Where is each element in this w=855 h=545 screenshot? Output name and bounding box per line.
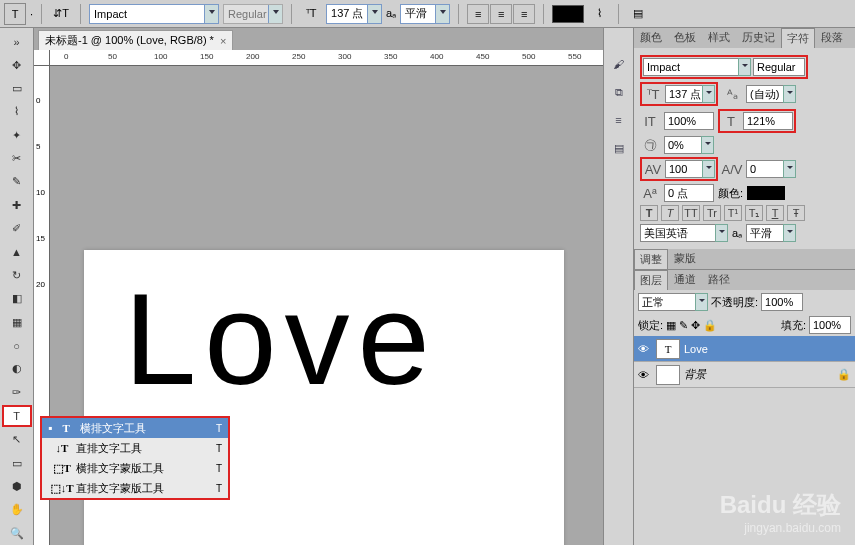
align-center-button[interactable]: ≡	[490, 4, 512, 24]
font-family-select[interactable]: Impact	[89, 4, 219, 24]
strip-icon-3[interactable]: ≡	[604, 106, 633, 134]
stamp-tool[interactable]: ▲	[2, 241, 32, 262]
hscale-input[interactable]: 121%	[743, 112, 793, 130]
lock-pos-icon[interactable]: ✥	[691, 319, 700, 332]
3d-tool[interactable]: ⬢	[2, 476, 32, 497]
horizontal-type-tool-item[interactable]: ▪T 横排文字工具T	[42, 418, 228, 438]
font-style-select[interactable]: Regular	[223, 4, 283, 24]
font-size-select[interactable]: 137 点	[326, 4, 382, 24]
strip-icon-2[interactable]: ⧉	[604, 78, 633, 106]
subscript-button[interactable]: T₁	[745, 205, 763, 221]
expand-icon[interactable]: »	[2, 31, 32, 52]
vertical-type-mask-item[interactable]: ⬚↓T 直排文字蒙版工具T	[42, 478, 228, 498]
allcaps-button[interactable]: TT	[682, 205, 700, 221]
tab-channels[interactable]: 通道	[668, 269, 702, 290]
kern-input[interactable]: 0	[746, 160, 796, 178]
opacity-label: 不透明度:	[711, 295, 758, 310]
tracking-icon: AV	[643, 162, 663, 177]
tab-adjust[interactable]: 调整	[634, 249, 668, 269]
move-tool[interactable]: ✥	[2, 54, 32, 75]
align-group: ≡ ≡ ≡	[467, 4, 535, 24]
close-icon[interactable]: ×	[220, 35, 226, 47]
type-tool[interactable]: T	[2, 405, 32, 427]
eyedropper-tool[interactable]: ✎	[2, 171, 32, 192]
path-selection-tool[interactable]: ↖	[2, 429, 32, 450]
visibility-icon[interactable]: 👁	[638, 343, 652, 355]
tracking-input[interactable]: 100	[665, 160, 715, 178]
shape-tool[interactable]: ▭	[2, 452, 32, 473]
vscale-input[interactable]: 100%	[664, 112, 714, 130]
char-size-input[interactable]: 137 点	[665, 85, 715, 103]
hscale-icon: T	[721, 114, 741, 129]
blend-mode-select[interactable]: 正常	[638, 293, 708, 311]
strikethrough-button[interactable]: Ŧ	[787, 205, 805, 221]
baseline-input[interactable]: 0%	[664, 136, 714, 154]
italic-button[interactable]: T	[661, 205, 679, 221]
underline-button[interactable]: T	[766, 205, 784, 221]
tab-character[interactable]: 字符	[781, 28, 815, 48]
align-right-button[interactable]: ≡	[513, 4, 535, 24]
char-font-select[interactable]: Impact	[643, 58, 751, 76]
tab-color[interactable]: 颜色	[634, 27, 668, 48]
strip-icon-1[interactable]: 🖌	[604, 50, 633, 78]
smallcaps-button[interactable]: Tr	[703, 205, 721, 221]
canvas[interactable]: Love	[84, 250, 564, 545]
lock-all-icon[interactable]: 🔒	[703, 319, 717, 332]
crop-tool[interactable]: ✂	[2, 148, 32, 169]
superscript-button[interactable]: T¹	[724, 205, 742, 221]
opacity-input[interactable]: 100%	[761, 293, 803, 311]
healing-tool[interactable]: ✚	[2, 195, 32, 216]
vertical-type-tool-item[interactable]: ↓T 直排文字工具T	[42, 438, 228, 458]
hand-tool[interactable]: ✋	[2, 499, 32, 520]
layer-row[interactable]: 👁 背景 🔒	[634, 362, 855, 388]
fill-label: 填充:	[781, 318, 806, 333]
tab-paragraph[interactable]: 段落	[815, 27, 849, 48]
orientation-toggle[interactable]: ⇵T	[50, 3, 72, 25]
hmask-icon: ⬚T	[54, 462, 70, 475]
align-left-button[interactable]: ≡	[467, 4, 489, 24]
magic-wand-tool[interactable]: ✦	[2, 125, 32, 146]
dodge-tool[interactable]: ◐	[2, 358, 32, 379]
blur-tool[interactable]: ○	[2, 335, 32, 356]
warp-text-button[interactable]: ⌇	[588, 3, 610, 25]
pen-tool[interactable]: ✑	[2, 382, 32, 403]
shift-input[interactable]: 0 点	[664, 184, 714, 202]
gradient-tool[interactable]: ▦	[2, 312, 32, 333]
tab-layers[interactable]: 图层	[634, 270, 668, 290]
bold-button[interactable]: T	[640, 205, 658, 221]
lock-trans-icon[interactable]: ▦	[666, 319, 676, 332]
char-leading-input[interactable]: (自动)	[746, 85, 796, 103]
lang-select[interactable]: 美国英语	[640, 224, 728, 242]
leading-icon: ᴬₐ	[722, 87, 742, 102]
document-tab[interactable]: 未标题-1 @ 100% (Love, RGB/8) * ×	[38, 30, 233, 50]
layer-row[interactable]: 👁 T Love	[634, 336, 855, 362]
lasso-tool[interactable]: ⌇	[2, 101, 32, 122]
ruler-horizontal: 0 50 100 150 200 250 300 350 400 450 500…	[50, 50, 603, 66]
tab-paths[interactable]: 路径	[702, 269, 736, 290]
character-panel-toggle[interactable]: ▤	[627, 3, 649, 25]
options-bar: T · ⇵T Impact Regular ᵀT 137 点 aₐ 平滑 ≡ ≡…	[0, 0, 855, 28]
strip-icon-4[interactable]: ▤	[604, 134, 633, 162]
history-brush-tool[interactable]: ↻	[2, 265, 32, 286]
char-style-select[interactable]: Regular	[753, 58, 805, 76]
tool-preset-text[interactable]: T	[4, 3, 26, 25]
marquee-tool[interactable]: ▭	[2, 78, 32, 99]
brush-tool[interactable]: ✐	[2, 218, 32, 239]
tab-history[interactable]: 历史记	[736, 27, 781, 48]
tab-styles[interactable]: 样式	[702, 27, 736, 48]
fill-input[interactable]: 100%	[809, 316, 851, 334]
tab-mask[interactable]: 蒙版	[668, 248, 702, 269]
char-color-swatch[interactable]	[747, 186, 785, 200]
character-panel: Impact Regular ᵀT 137 点 ᴬₐ (自动) IT	[634, 48, 855, 249]
shift-icon: Aª	[640, 186, 660, 201]
lang-aa-select[interactable]: 平滑	[746, 224, 796, 242]
lock-pixel-icon[interactable]: ✎	[679, 319, 688, 332]
text-color-swatch[interactable]	[552, 5, 584, 23]
zoom-tool[interactable]: 🔍	[2, 523, 32, 544]
horizontal-type-mask-item[interactable]: ⬚T 横排文字蒙版工具T	[42, 458, 228, 478]
eraser-tool[interactable]: ◧	[2, 288, 32, 309]
tab-swatches[interactable]: 色板	[668, 27, 702, 48]
aa-select[interactable]: 平滑	[400, 4, 450, 24]
visibility-icon[interactable]: 👁	[638, 369, 652, 381]
canvas-text[interactable]: Love	[124, 264, 438, 414]
